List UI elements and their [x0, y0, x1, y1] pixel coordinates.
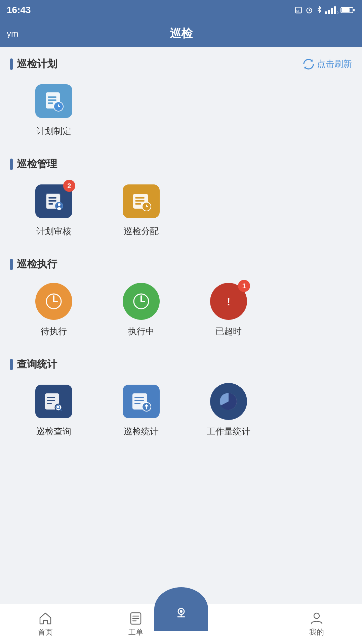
patrol-stats-icon [130, 391, 152, 412]
svg-rect-47 [47, 403, 52, 404]
nav-patrol-center-icon [173, 604, 190, 621]
svg-rect-14 [48, 96, 56, 98]
plan-setup-icon-bg [35, 84, 72, 118]
section-bar-mgmt [10, 159, 13, 170]
workload-stats-icon [217, 390, 240, 413]
section-patrol-plan: 巡检计划 点击刷新 [10, 57, 352, 144]
patrol-execution-grid: 待执行 执行中 [10, 281, 352, 344]
section-header-query-stats: 查询统计 [10, 357, 352, 371]
section-header-patrol-management: 巡检管理 [10, 157, 352, 171]
nav-label-home: 首页 [38, 627, 53, 637]
header-title: 巡检 [170, 26, 193, 41]
bluetooth-icon [316, 6, 323, 14]
in-progress-label: 执行中 [128, 326, 154, 337]
header-user: ym [7, 29, 18, 39]
patrol-assign-icon [130, 190, 152, 212]
svg-text:!: ! [227, 296, 231, 308]
icon-wrap-patrol-assign [121, 181, 161, 221]
query-stats-grid: 巡检查询 [10, 381, 352, 444]
svg-rect-8 [334, 6, 336, 14]
patrol-assign-icon-bg [123, 184, 160, 218]
svg-rect-52 [134, 397, 144, 398]
grid-item-plan-setup[interactable]: 计划制定 [17, 81, 91, 137]
home-icon [38, 611, 52, 625]
grid-item-workload-stats[interactable]: 工作量统计 [192, 381, 266, 437]
grid-item-pending[interactable]: 待执行 [17, 281, 91, 337]
header: ym 巡检 [0, 20, 362, 47]
grid-item-patrol-assign[interactable]: 巡检分配 [104, 181, 178, 237]
section-query-stats: 查询统计 [10, 357, 352, 444]
svg-point-28 [57, 207, 61, 210]
refresh-button[interactable]: 点击刷新 [303, 58, 352, 70]
section-header-patrol-execution: 巡检执行 [10, 257, 352, 271]
patrol-assign-label: 巡检分配 [124, 225, 159, 237]
section-patrol-execution: 巡检执行 待执行 [10, 257, 352, 344]
icon-wrap-patrol-query [34, 381, 74, 422]
section-title-wrap-mgmt: 巡检管理 [10, 157, 57, 171]
svg-rect-22 [48, 197, 56, 199]
signal-icon: 5G [325, 6, 338, 14]
svg-rect-15 [48, 99, 56, 101]
svg-rect-45 [47, 397, 55, 398]
plan-setup-icon [43, 90, 65, 112]
svg-rect-54 [134, 403, 140, 404]
svg-rect-6 [328, 10, 330, 14]
grid-item-patrol-query[interactable]: 巡检查询 [17, 381, 91, 437]
nav-center-patrol-button[interactable] [154, 587, 208, 631]
refresh-icon [303, 58, 314, 70]
mine-icon [310, 611, 324, 625]
section-title-patrol-plan: 巡检计划 [17, 57, 57, 71]
patrol-management-grid: 2 计划审核 [10, 181, 352, 244]
pending-label: 待执行 [41, 326, 67, 337]
section-title-wrap-exec: 巡检执行 [10, 257, 57, 271]
workload-stats-icon-bg [210, 383, 247, 420]
section-title-wrap: 巡检计划 [10, 57, 57, 71]
icon-wrap-pending [34, 281, 74, 321]
section-title-wrap-stats: 查询统计 [10, 357, 57, 371]
icon-wrap-patrol-stats [121, 381, 161, 422]
section-title-patrol-execution: 巡检执行 [17, 257, 57, 271]
overdue-badge: 1 [238, 280, 250, 292]
svg-point-65 [314, 613, 319, 618]
workorder-icon [129, 611, 143, 625]
svg-rect-46 [47, 400, 55, 401]
patrol-query-icon-bg [35, 385, 72, 418]
grid-item-in-progress[interactable]: 执行中 [104, 281, 178, 337]
grid-item-patrol-stats[interactable]: 巡检统计 [104, 381, 178, 437]
svg-text:5G: 5G [337, 10, 338, 14]
icon-wrap-in-progress [121, 281, 161, 321]
in-progress-icon [131, 291, 151, 311]
patrol-stats-label: 巡检统计 [124, 426, 159, 437]
pending-icon-bg [35, 283, 72, 320]
patrol-stats-icon-bg [123, 385, 160, 418]
patrol-plan-grid: 计划制定 [10, 81, 352, 144]
overdue-label: 已超时 [215, 326, 242, 337]
bottom-nav: 首页 工单 巡检 我的 [0, 604, 362, 644]
patrol-query-label: 巡检查询 [36, 426, 71, 437]
nfc-icon: NF [294, 6, 303, 14]
svg-rect-24 [48, 203, 53, 205]
svg-rect-16 [48, 102, 53, 104]
svg-rect-23 [48, 200, 56, 202]
status-icons: NF 5G [294, 6, 355, 14]
grid-item-plan-review[interactable]: 2 计划审核 [17, 181, 91, 237]
nav-item-mine[interactable]: 我的 [272, 611, 362, 637]
in-progress-icon-bg [123, 283, 160, 320]
plan-review-badge: 2 [63, 180, 75, 192]
svg-rect-7 [331, 8, 333, 14]
svg-rect-32 [135, 203, 141, 205]
battery-icon [340, 6, 355, 14]
plan-setup-label: 计划制定 [36, 125, 71, 137]
svg-text:NF: NF [296, 9, 300, 12]
section-title-patrol-management: 巡检管理 [17, 157, 57, 171]
icon-wrap-workload-stats [208, 381, 249, 422]
section-header-patrol-plan: 巡检计划 点击刷新 [10, 57, 352, 71]
section-bar [10, 58, 13, 70]
svg-rect-11 [341, 8, 350, 12]
nav-item-home[interactable]: 首页 [0, 611, 90, 637]
grid-item-overdue[interactable]: ! 1 已超时 [192, 281, 266, 337]
workload-stats-label: 工作量统计 [207, 426, 250, 437]
status-time: 16:43 [7, 5, 31, 15]
main-content: 巡检计划 点击刷新 [0, 47, 362, 604]
svg-rect-31 [135, 200, 145, 202]
